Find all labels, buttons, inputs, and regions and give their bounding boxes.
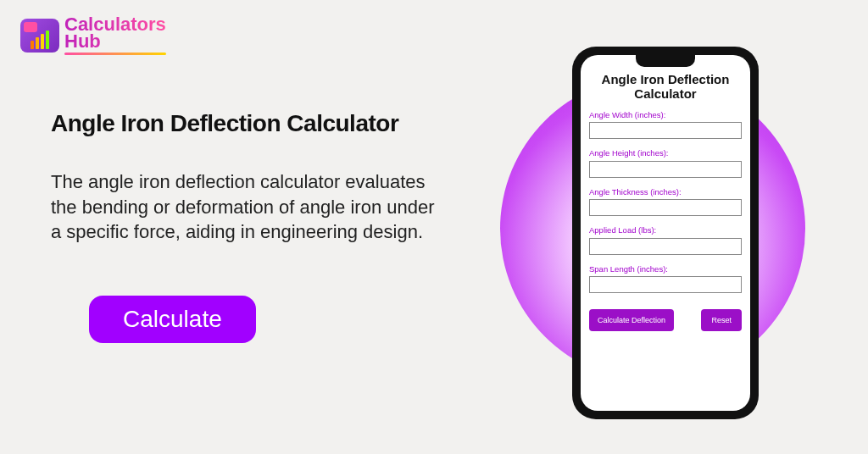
input-span-length[interactable]	[589, 276, 742, 293]
app-button-row: Calculate Deflection Reset	[589, 309, 742, 331]
phone-notch	[636, 55, 695, 67]
phone-mockup: Angle Iron Deflection Calculator Angle W…	[572, 47, 759, 419]
app-title: Angle Iron Deflection Calculator	[589, 72, 742, 102]
logo-text: Calculators Hub	[64, 15, 166, 55]
logo-underline	[64, 53, 166, 55]
input-applied-load[interactable]	[589, 238, 742, 255]
label-span-length: Span Length (inches):	[589, 264, 742, 274]
field-applied-load: Applied Load (lbs):	[589, 225, 742, 255]
label-applied-load: Applied Load (lbs):	[589, 225, 742, 235]
calculate-deflection-button[interactable]: Calculate Deflection	[589, 309, 674, 331]
input-angle-thickness[interactable]	[589, 199, 742, 216]
label-angle-width: Angle Width (inches):	[589, 110, 742, 119]
site-logo[interactable]: Calculators Hub	[20, 15, 166, 55]
input-angle-width[interactable]	[589, 122, 742, 139]
field-angle-thickness: Angle Thickness (inches):	[589, 187, 742, 217]
page-description: The angle iron deflection calculator eva…	[51, 169, 449, 245]
logo-line2: Hub	[64, 32, 166, 51]
field-span-length: Span Length (inches):	[589, 264, 742, 294]
page-title: Angle Iron Deflection Calculator	[51, 110, 449, 137]
reset-button[interactable]: Reset	[701, 309, 742, 331]
logo-icon	[20, 19, 59, 53]
field-angle-width: Angle Width (inches):	[589, 110, 742, 140]
field-angle-height: Angle Height (inches):	[589, 148, 742, 178]
input-angle-height[interactable]	[589, 161, 742, 178]
hero-content: Angle Iron Deflection Calculator The ang…	[51, 110, 449, 343]
label-angle-height: Angle Height (inches):	[589, 148, 742, 158]
phone-screen: Angle Iron Deflection Calculator Angle W…	[581, 55, 750, 411]
calculate-button[interactable]: Calculate	[89, 296, 256, 343]
label-angle-thickness: Angle Thickness (inches):	[589, 187, 742, 197]
